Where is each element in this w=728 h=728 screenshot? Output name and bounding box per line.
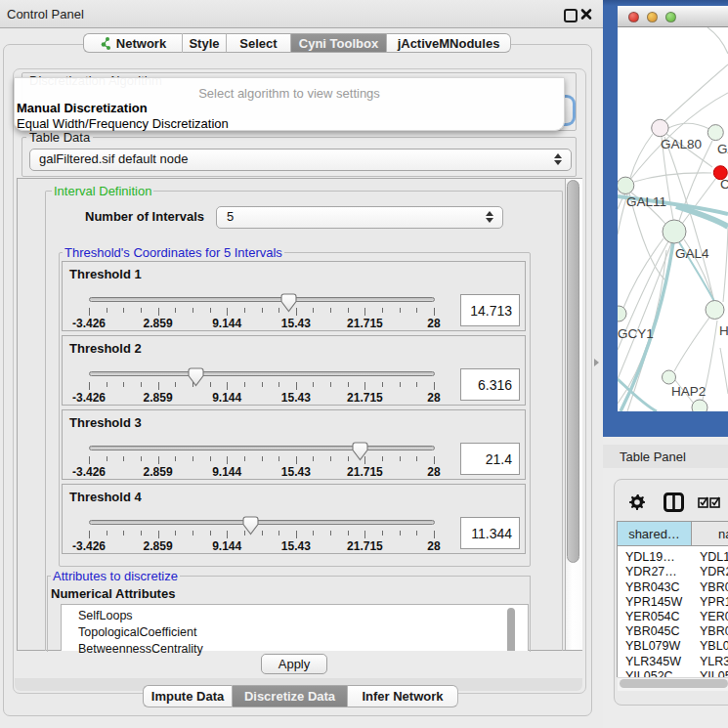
svg-text:C: C <box>720 177 728 192</box>
svg-text:GAL11: GAL11 <box>626 194 666 209</box>
svg-text:GAL4: GAL4 <box>675 246 709 261</box>
svg-text:GCY1: GCY1 <box>618 326 654 341</box>
svg-text:GA: GA <box>717 142 728 156</box>
svg-text:HAP2: HAP2 <box>671 384 706 399</box>
svg-text:H: H <box>719 323 728 338</box>
svg-text:GAL80: GAL80 <box>661 137 702 151</box>
